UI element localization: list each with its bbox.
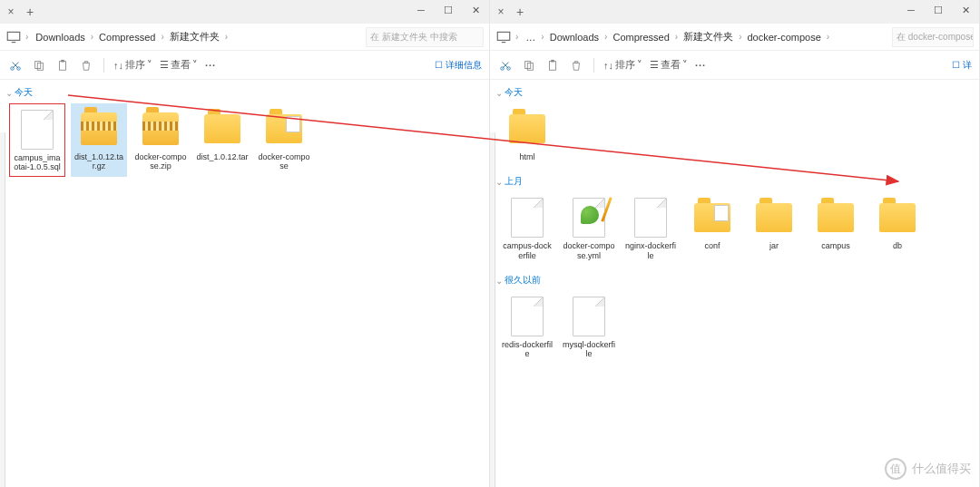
delete-icon[interactable] — [568, 57, 584, 73]
crumb-item[interactable]: … — [522, 30, 539, 44]
file-label: nginx-dockerfile — [624, 241, 677, 260]
more-icon[interactable]: ··· — [695, 60, 706, 71]
file-label: redis-dockerfile — [501, 340, 554, 359]
crumb-item[interactable]: Downloads — [546, 30, 603, 44]
file-item[interactable]: jar — [746, 192, 802, 264]
file-item[interactable]: conf — [684, 192, 740, 264]
svg-rect-14 — [550, 61, 556, 70]
cut-icon[interactable] — [497, 57, 514, 73]
breadcrumb[interactable]: …› Downloads› Compressed› 新建文件夹› docker-… — [522, 28, 888, 45]
file-item[interactable]: docker-compose — [256, 103, 312, 177]
file-label: docker-compose.zip — [134, 152, 187, 171]
minimize-icon[interactable]: ─ — [897, 0, 925, 20]
file-label: html — [519, 152, 534, 161]
toolbar: ↑↓ 排序 ˅ ☰ 查看 ˅ ··· ☐ 详 — [490, 51, 979, 80]
sort-button[interactable]: ↑↓ 排序 ˅ — [113, 58, 152, 72]
details-button[interactable]: ☐ 详细信息 — [435, 59, 482, 72]
file-label: jar — [769, 241, 779, 250]
svg-rect-0 — [7, 32, 20, 40]
watermark-text: 什么值得买 — [912, 461, 971, 477]
address-bar: › Downloads› Compressed› 新建文件夹› 在 新建文件夹 … — [0, 24, 489, 51]
close-icon[interactable]: ✕ — [462, 0, 489, 20]
watermark: 值 什么值得买 — [885, 458, 971, 480]
details-label: 详 — [963, 59, 972, 72]
details-button[interactable]: ☐ 详 — [952, 59, 972, 72]
crumb-item[interactable]: 新建文件夹 — [680, 28, 737, 45]
paste-icon[interactable] — [54, 57, 71, 73]
maximize-icon[interactable]: ☐ — [435, 0, 462, 20]
sort-label: 排序 — [615, 58, 635, 72]
crumb-item[interactable]: docker-compose — [744, 30, 825, 44]
file-item[interactable]: campus-dockerfile — [499, 192, 555, 264]
file-grid: 今天 campus_imaotai-1.0.5.sqldist_1.0.12.t… — [0, 80, 489, 487]
file-item[interactable]: mysql-dockerfile — [561, 291, 617, 363]
right-pane: × + ─ ☐ ✕ › …› Downloads› Compressed› 新建… — [490, 0, 980, 487]
tab-add-icon[interactable]: + — [20, 2, 40, 22]
file-label: docker-compose — [258, 152, 310, 171]
file-grid: 今天 html 上月 campus-dockerfiledocker-compo… — [490, 80, 979, 487]
search-input[interactable]: 在 docker-compose 中搜索 — [892, 27, 974, 47]
cut-icon[interactable] — [7, 57, 24, 73]
left-pane: × + ─ ☐ ✕ › Downloads› Compressed› 新建文件夹… — [0, 0, 490, 487]
minimize-icon[interactable]: ─ — [407, 0, 435, 20]
crumb-item[interactable]: Compressed — [609, 30, 672, 44]
file-item[interactable]: html — [499, 103, 555, 165]
file-item[interactable]: dist_1.0.12.tar.gz — [71, 103, 127, 177]
delete-icon[interactable] — [78, 57, 94, 73]
section-last-month[interactable]: 上月 — [495, 172, 968, 190]
breadcrumb[interactable]: Downloads› Compressed› 新建文件夹› — [32, 28, 362, 45]
chevron-right-icon: › — [25, 32, 28, 42]
section-today[interactable]: 今天 — [495, 83, 968, 102]
file-label: db — [893, 241, 902, 250]
tab-add-icon[interactable]: + — [510, 2, 530, 22]
file-item[interactable]: docker-compose.yml — [561, 192, 617, 264]
section-earlier[interactable]: 很久以前 — [495, 271, 968, 289]
view-label: 查看 — [171, 58, 191, 72]
view-button[interactable]: ☰ 查看 ˅ — [160, 58, 198, 72]
file-label: campus — [821, 241, 850, 250]
file-item[interactable]: redis-dockerfile — [499, 291, 555, 363]
tab-close-icon[interactable]: × — [492, 3, 510, 21]
file-label: mysql-dockerfile — [563, 340, 615, 359]
file-item[interactable]: docker-compose.zip — [132, 103, 189, 177]
file-item[interactable]: nginx-dockerfile — [622, 192, 679, 264]
file-item[interactable]: db — [869, 192, 926, 264]
sort-button[interactable]: ↑↓ 排序 ˅ — [603, 58, 642, 72]
tab-bar: × + ─ ☐ ✕ — [490, 0, 979, 24]
file-item[interactable]: campus_imaotai-1.0.5.sql — [9, 103, 65, 177]
maximize-icon[interactable]: ☐ — [925, 0, 952, 20]
toolbar: ↑↓ 排序 ˅ ☰ 查看 ˅ ··· ☐ 详细信息 — [0, 51, 489, 80]
view-label: 查看 — [661, 58, 681, 72]
close-icon[interactable]: ✕ — [952, 0, 979, 20]
file-label: dist_1.0.12.tar.gz — [73, 152, 125, 171]
watermark-icon: 值 — [885, 458, 906, 480]
paste-icon[interactable] — [544, 57, 561, 73]
details-label: 详细信息 — [446, 59, 482, 72]
file-label: docker-compose.yml — [563, 241, 615, 260]
file-item[interactable]: campus — [808, 192, 864, 264]
file-label: campus_imaotai-1.0.5.sql — [12, 153, 63, 172]
monitor-icon[interactable] — [5, 29, 22, 45]
address-bar: › …› Downloads› Compressed› 新建文件夹› docke… — [490, 24, 979, 51]
svg-rect-15 — [551, 59, 554, 62]
copy-icon[interactable] — [31, 57, 47, 73]
tab-close-icon[interactable]: × — [2, 3, 20, 21]
sort-label: 排序 — [125, 58, 145, 72]
search-input[interactable]: 在 新建文件夹 中搜索 — [366, 27, 484, 47]
crumb-item[interactable]: Compressed — [95, 30, 159, 44]
svg-rect-7 — [61, 59, 64, 62]
file-label: campus-dockerfile — [501, 241, 554, 260]
svg-rect-6 — [60, 61, 66, 70]
monitor-icon[interactable] — [495, 29, 512, 45]
window-controls: ─ ☐ ✕ — [407, 0, 489, 20]
file-label: conf — [704, 241, 720, 250]
chevron-right-icon: › — [515, 32, 518, 42]
section-today[interactable]: 今天 — [5, 83, 478, 102]
view-button[interactable]: ☰ 查看 ˅ — [650, 58, 688, 72]
crumb-item[interactable]: Downloads — [32, 30, 88, 44]
crumb-item[interactable]: 新建文件夹 — [166, 28, 223, 45]
more-icon[interactable]: ··· — [205, 60, 216, 71]
file-item[interactable]: dist_1.0.12.tar — [194, 103, 250, 177]
copy-icon[interactable] — [521, 57, 537, 73]
tab-bar: × + ─ ☐ ✕ — [0, 0, 489, 24]
